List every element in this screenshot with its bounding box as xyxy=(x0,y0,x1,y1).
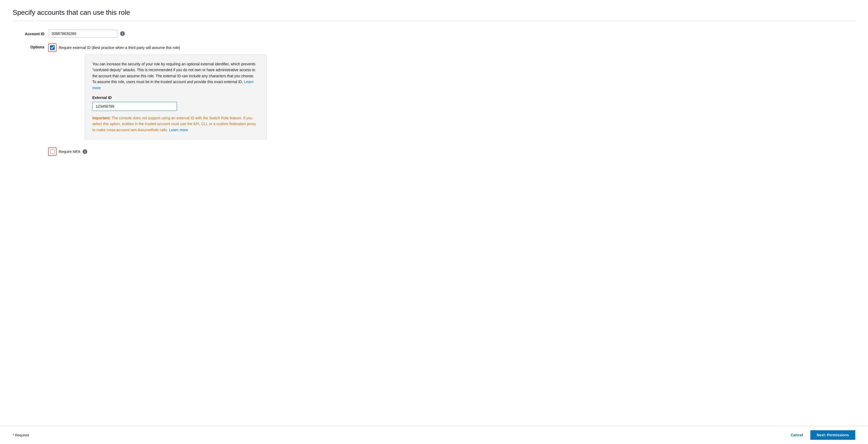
cancel-button[interactable]: Cancel xyxy=(786,430,807,440)
section-divider xyxy=(13,21,855,21)
external-id-info-box: You can increase the security of your ro… xyxy=(85,55,267,140)
mfa-label-row: Require MFA i xyxy=(59,149,87,154)
require-mfa-label: Require MFA xyxy=(59,149,81,154)
account-id-row: Account ID i xyxy=(13,30,267,37)
options-content: Require external ID (Best practice when … xyxy=(49,44,267,140)
mfa-checkbox-outline xyxy=(48,147,57,156)
options-row: Options Require external ID (Best practi… xyxy=(13,44,267,140)
require-external-id-label: Require external ID (Best practice when … xyxy=(59,46,180,50)
external-id-input[interactable] xyxy=(92,102,177,111)
footer-buttons: Cancel Next: Permissions xyxy=(786,430,855,440)
important-label: Important: xyxy=(92,116,111,120)
external-id-field: External ID xyxy=(92,95,259,111)
info-box-text: You can increase the security of your ro… xyxy=(92,61,259,91)
options-label: Options xyxy=(13,44,44,49)
mfa-row: Require MFA i xyxy=(49,148,267,155)
external-id-label: External ID xyxy=(92,95,259,100)
next-permissions-button[interactable]: Next: Permissions xyxy=(810,430,855,440)
account-id-input-wrapper: i xyxy=(49,30,125,37)
learn-more-link-2[interactable]: Learn more xyxy=(169,128,188,132)
account-id-label: Account ID xyxy=(13,30,44,36)
important-notice: Important: The console does not support … xyxy=(92,115,259,133)
external-id-checkbox-container xyxy=(49,44,56,51)
external-id-checkbox-row: Require external ID (Best practice when … xyxy=(49,44,267,51)
page-title: Specify accounts that can use this role xyxy=(13,8,855,17)
footer: * Required Cancel Next: Permissions xyxy=(0,426,868,444)
form-section: Account ID i Options Require external ID… xyxy=(13,30,267,155)
required-note: * Required xyxy=(13,433,29,437)
mfa-info-icon[interactable]: i xyxy=(83,149,87,154)
mfa-checkbox-container xyxy=(49,148,56,155)
external-id-checkbox-outline xyxy=(48,43,57,52)
account-id-info-icon[interactable]: i xyxy=(120,31,125,36)
account-id-input[interactable] xyxy=(49,30,117,37)
